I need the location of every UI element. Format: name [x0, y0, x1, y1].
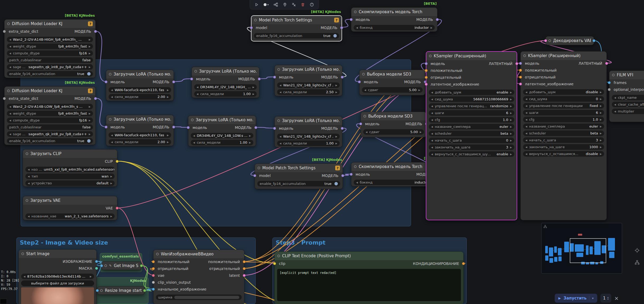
combo-left-arrow-icon[interactable]: ◀: [279, 84, 281, 87]
widget-начать_с_шага[interactable]: ◀начать_с_шага0▶: [429, 138, 514, 143]
output-port-МОДЕЛЬ[interactable]: [172, 81, 175, 83]
widget-добавить_шум[interactable]: ◀добавить_шумdisable▶: [523, 89, 604, 95]
run-mode-icon[interactable]: ▾: [264, 3, 269, 6]
combo-left-arrow-icon[interactable]: ◀: [197, 93, 198, 95]
widget-combo[interactable]: ◀DR34ML4Y_I2V_14B_HIGH_ ...▶: [194, 84, 257, 90]
node-film_vfi[interactable]: FILM VFIframesoptional_interpolati...◀ck…: [609, 71, 644, 122]
node-get_image_size[interactable]: ✎Get Image Size: [101, 261, 142, 270]
widget-закончить_на_шаге[interactable]: ◀закончить_на_шаге1000▶: [523, 144, 604, 150]
combo-left-arrow-icon[interactable]: ◀: [111, 96, 113, 98]
output-port-МОДЕЛЬ[interactable]: [340, 26, 343, 29]
output-port-МОДЕЛЬ[interactable]: [254, 126, 257, 129]
node-lora_high_3[interactable]: Загрузчик LoRA (Только мо...модельМОДЕЛЬ…: [274, 65, 342, 96]
layout-icon[interactable]: [634, 260, 640, 266]
combo-right-arrow-icon[interactable]: ▶: [510, 132, 512, 135]
nodes-icon[interactable]: [274, 3, 278, 7]
input-port-vae[interactable]: [152, 274, 155, 277]
node-vae_loader[interactable]: Загрузить VAEVAE◀название_vaewan_2_1_vae…: [23, 196, 117, 220]
combo-left-arrow-icon[interactable]: ◀: [525, 105, 527, 107]
collapse-dot-icon[interactable]: [156, 253, 159, 255]
output-port-отрицательный[interactable]: [243, 267, 246, 270]
combo-right-arrow-icon[interactable]: ▶: [600, 146, 602, 148]
combo-left-arrow-icon[interactable]: ◀: [279, 142, 281, 145]
input-port-модель[interactable]: [187, 126, 190, 129]
input-port-модель[interactable]: [425, 62, 428, 65]
collapse-dot-icon[interactable]: [277, 255, 280, 257]
collapse-dot-icon[interactable]: [109, 73, 111, 76]
collapse-dot-icon[interactable]: [7, 22, 10, 25]
combo-right-arrow-icon[interactable]: ▶: [418, 89, 420, 91]
output-port-МОДЕЛЬ[interactable]: [341, 174, 344, 177]
widget-ckpt_name[interactable]: ◀ckpt_name▶: [612, 95, 644, 100]
output-port-CLIP[interactable]: [116, 160, 119, 163]
widget-weight_dtype[interactable]: ◀weight_dtypefp8_e4m3fn_fast▶: [7, 44, 93, 49]
combo-left-arrow-icon[interactable]: ◀: [614, 96, 616, 99]
combo-right-arrow-icon[interactable]: ▶: [335, 84, 337, 87]
collapse-dot-icon[interactable]: [258, 167, 260, 169]
input-port-модель[interactable]: [105, 81, 108, 83]
toggle-knob[interactable]: [334, 182, 338, 185]
node-lora_high_1[interactable]: Загрузчик LoRA (Только мо...модельМОДЕЛЬ…: [106, 70, 174, 101]
widget-сила_модели[interactable]: ◀сила_модели1.00▶: [194, 91, 257, 97]
combo-left-arrow-icon[interactable]: ◀: [431, 112, 433, 114]
input-port-положительный[interactable]: [425, 69, 428, 72]
input-port-отрицательный[interactable]: [152, 267, 155, 270]
widget-sage ...[interactable]: ◀sage ...sageattn_qk_int8_pv_fp8_cuda++▶: [7, 131, 93, 137]
combo-right-arrow-icon[interactable]: ▶: [253, 86, 254, 88]
combo-left-arrow-icon[interactable]: ◀: [9, 112, 11, 115]
console-toggle[interactable]: [0, 299, 7, 304]
combo-left-arrow-icon[interactable]: ◀: [9, 119, 11, 122]
input-port-модель[interactable]: [273, 76, 276, 79]
output-port-МОДЕЛЬ[interactable]: [341, 76, 344, 79]
collapse-dot-icon[interactable]: [21, 252, 24, 255]
widget-шаги[interactable]: ◀шаги6▶: [523, 110, 604, 115]
input-port-модель[interactable]: [350, 173, 353, 176]
combo-left-arrow-icon[interactable]: ◀: [525, 118, 527, 121]
output-port-МОДЕЛЬ[interactable]: [94, 30, 97, 33]
collapse-dot-icon[interactable]: [26, 152, 28, 155]
combo-left-arrow-icon[interactable]: ◀: [28, 175, 30, 178]
combo-left-arrow-icon[interactable]: ◀: [364, 89, 366, 91]
combo-left-arrow-icon[interactable]: ◀: [525, 98, 527, 100]
combo-right-arrow-icon[interactable]: ▶: [110, 215, 112, 218]
input-port-модель[interactable]: [350, 18, 353, 21]
input-port-отрицательный[interactable]: [519, 76, 522, 79]
widget-сила_модели[interactable]: ◀сила_модели1.00▶: [191, 140, 253, 145]
combo-left-arrow-icon[interactable]: ◀: [525, 91, 527, 93]
output-port-МОДЕЛЬ[interactable]: [436, 18, 439, 21]
pin-icon[interactable]: [283, 3, 287, 7]
collapse-dot-icon[interactable]: [523, 54, 526, 57]
combo-right-arrow-icon[interactable]: ▶: [89, 119, 91, 122]
widget-сид_шума[interactable]: ◀сид_шума0▶: [523, 96, 604, 102]
combo-right-arrow-icon[interactable]: ▶: [420, 131, 422, 133]
widget-управление после генерации[interactable]: ◀управление после генерацииfixed▶: [523, 103, 604, 109]
combo-left-arrow-icon[interactable]: ◀: [431, 153, 433, 156]
combo-right-arrow-icon[interactable]: ▶: [510, 146, 512, 149]
combo-right-arrow-icon[interactable]: ▶: [89, 112, 91, 115]
output-port-МОДЕЛЬ[interactable]: [172, 126, 175, 129]
play-icon[interactable]: [255, 3, 259, 7]
combo-right-arrow-icon[interactable]: ▶: [431, 26, 432, 29]
combo-right-arrow-icon[interactable]: ▶: [249, 141, 251, 144]
input-port-модель[interactable]: [519, 62, 522, 65]
widget-sage ...[interactable]: ◀sage ...sageattn_qk_int8_pv_fp8_cuda++▶: [7, 64, 93, 70]
combo-left-arrow-icon[interactable]: ◀: [614, 110, 616, 113]
node-lora_low_2[interactable]: Загрузчик LoRA (Только мо...модельМОДЕЛЬ…: [188, 115, 256, 147]
combo-left-arrow-icon[interactable]: ◀: [279, 135, 281, 138]
combo-left-arrow-icon[interactable]: ◀: [193, 141, 195, 144]
widget-multiplier[interactable]: ◀multiplier▶: [612, 109, 644, 114]
output-port-КОНДИЦИОНИРОВАНИЕ[interactable]: [462, 262, 465, 265]
output-port-VAE[interactable]: [116, 207, 119, 210]
combo-left-arrow-icon[interactable]: ◀: [525, 111, 527, 114]
widget-сила_модели[interactable]: ◀сила_модели2.00▶: [109, 94, 171, 100]
minimap[interactable]: [541, 223, 622, 274]
combo-right-arrow-icon[interactable]: ▶: [600, 105, 602, 107]
combo-left-arrow-icon[interactable]: ◀: [9, 52, 11, 55]
combo-left-arrow-icon[interactable]: ◀: [9, 133, 11, 135]
combo-left-arrow-icon[interactable]: ◀: [431, 146, 433, 149]
node-ksampler2[interactable]: KSampler (Расширенный)модельЛАТЕНТНЫЙпол…: [520, 51, 607, 220]
combo-right-arrow-icon[interactable]: ▶: [600, 111, 602, 114]
widget-combo[interactable]: ◀Wan21_I2V_14B_lightx2v_cf ...▶: [277, 82, 340, 88]
collapse-dot-icon[interactable]: [104, 264, 107, 267]
node-start_image[interactable]: Start ImageИЗОБРАЖЕНИЕМАСКА◀875c62ba10b0…: [18, 249, 97, 304]
